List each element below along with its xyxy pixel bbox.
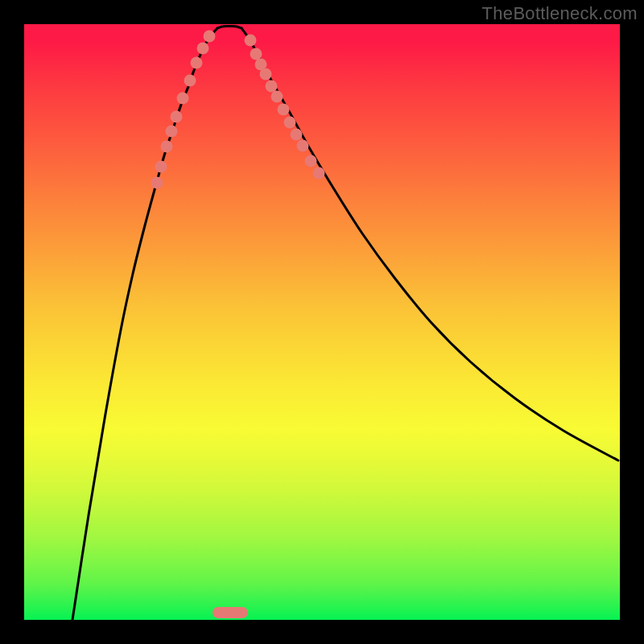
marker-dot [284, 117, 296, 129]
marker-group [151, 31, 325, 619]
marker-dot [151, 177, 163, 189]
marker-dot [191, 57, 203, 69]
marker-dot [271, 91, 283, 103]
curve-curve-right [242, 28, 618, 460]
marker-dot [171, 111, 183, 123]
watermark-label: TheBottleneck.com [482, 3, 638, 24]
curve-curve-left [72, 28, 217, 620]
curve-curve-bottom [217, 26, 242, 28]
marker-dot [291, 129, 303, 141]
marker-dot [204, 31, 216, 43]
marker-dot [177, 93, 189, 105]
chart-svg [24, 24, 620, 620]
curve-group [72, 26, 618, 620]
marker-dot [197, 43, 209, 55]
marker-dot [278, 104, 290, 116]
marker-dot [155, 161, 167, 173]
marker-dot [313, 167, 325, 180]
marker-dot [305, 155, 317, 167]
marker-dot [245, 35, 257, 47]
marker-dot [184, 75, 196, 87]
plot-area [24, 24, 620, 620]
marker-dot [166, 126, 178, 138]
marker-dot [260, 68, 272, 80]
marker-dot [250, 48, 262, 60]
marker-bottom-bar [213, 607, 248, 618]
marker-dot [297, 140, 309, 152]
chart-frame: TheBottleneck.com [0, 0, 644, 644]
marker-dot [161, 141, 173, 153]
marker-dot [266, 80, 278, 93]
